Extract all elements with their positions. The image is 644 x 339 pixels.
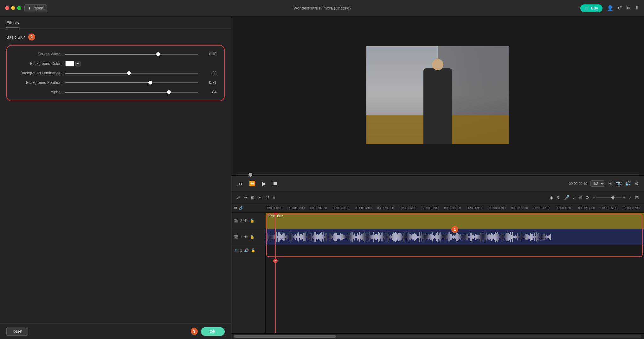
motion-icon[interactable]: ◈ (550, 195, 553, 200)
voice-icon[interactable]: 🎙 (557, 195, 561, 200)
background-feather-row: Background Feather: 0.71 (15, 80, 216, 85)
color-dropdown[interactable]: ▾ (75, 61, 80, 66)
music-icon[interactable]: ♪ (573, 195, 575, 200)
track1-num: 1 (240, 235, 242, 239)
audio-lock[interactable]: 🔒 (251, 248, 255, 253)
zoom-slider[interactable] (596, 197, 621, 198)
undo-button[interactable]: ↩ (236, 195, 240, 200)
maximize-button[interactable] (17, 6, 21, 10)
playhead[interactable] (275, 213, 276, 334)
cart-icon: 🛒 (585, 6, 589, 10)
effects-panel: Effects Basic Blur 2 Source Width: (0, 16, 231, 339)
screenshot-icon[interactable]: 📷 (615, 180, 622, 186)
time-1: 00:00:01:00 (288, 206, 305, 210)
cut-button[interactable]: ✂ (258, 195, 262, 200)
frame-back-button[interactable]: ⏪ (248, 180, 257, 187)
time-8: 00:00:08:00 (444, 206, 461, 210)
track2-lock[interactable]: 🔒 (250, 218, 254, 223)
params-box: Source Width: 0.70 Background Color: ▾ (6, 45, 225, 101)
mail-icon[interactable]: ✉ (626, 5, 630, 11)
settings-icon[interactable]: ⚙ (634, 180, 639, 186)
ok-btn-wrapper: 3 OK (191, 327, 225, 336)
download-icon[interactable]: ⬇ (635, 5, 639, 11)
ruler-markers: 00:00:00:00 00:00:01:00 00:00:02:00 00:0… (266, 204, 644, 212)
alpha-label: Alpha: (15, 90, 65, 94)
buy-button[interactable]: 🛒 Buy (580, 4, 602, 12)
basic-blur-label: Basic Blur (6, 35, 25, 40)
background-feather-slider[interactable] (65, 80, 198, 85)
reset-button[interactable]: Reset (6, 327, 28, 336)
badge-3: 3 (191, 328, 198, 335)
main-layout: Effects Basic Blur 2 Source Width: (0, 16, 644, 339)
redo-button[interactable]: ↪ (243, 195, 247, 200)
timeline-ruler-row: ⊞ 🔗 00:00:00:00 00:00:01:00 00:00:02:00 … (231, 204, 644, 213)
time-ruler: 00:00:00:00 00:00:01:00 00:00:02:00 00:0… (266, 204, 644, 212)
titlebar-right: 🛒 Buy 👤 ↺ ✉ ⬇ (580, 4, 639, 12)
playback-controls-bar: ⏮ ⏪ ▶ ⏹ 00:00:00:19 1/2 ⊞ 📷 🔊 ⚙ (231, 175, 644, 192)
close-button[interactable] (5, 6, 9, 10)
user-icon[interactable]: 👤 (607, 5, 613, 11)
traffic-lights (5, 6, 21, 10)
volume-icon[interactable]: 🔊 (625, 180, 631, 186)
background-feather-label: Background Feather: (15, 80, 65, 85)
track1-eye[interactable]: 👁 (244, 235, 248, 239)
clock-button[interactable]: ⏱ (265, 195, 269, 200)
timeline-area: ↩ ↪ 🗑 ✂ ⏱ ≡ ◈ 🎙 🎤 ♪ 🖥 ⟳ − (231, 192, 644, 339)
track1-icon: 🎬 (234, 235, 238, 239)
refresh-icon[interactable]: ↺ (618, 5, 622, 11)
screen-icon[interactable]: 🖥 (578, 195, 583, 200)
color-swatch[interactable] (65, 61, 74, 66)
audio-track-row (266, 245, 644, 256)
quality-select[interactable]: 1/2 (590, 180, 605, 187)
background-luminance-label: Background Luminance: (15, 71, 65, 75)
right-section: ⏮ ⏪ ▶ ⏹ 00:00:00:19 1/2 ⊞ 📷 🔊 ⚙ ↩ ↪ (231, 16, 644, 339)
source-width-slider[interactable] (65, 51, 198, 57)
playhead-marker-circle: ✂ (273, 259, 278, 263)
add-track-button[interactable]: ⊞ (234, 206, 237, 210)
time-5: 00:00:05:00 (377, 206, 394, 210)
playhead-head (274, 213, 277, 215)
timeline-tool-group-right: ◈ 🎙 🎤 ♪ 🖥 ⟳ − + ⤢ ⊞ (550, 195, 639, 200)
grid-icon[interactable]: ⊞ (635, 195, 639, 200)
track2-eye[interactable]: 👁 (244, 218, 248, 223)
alpha-slider[interactable] (65, 89, 198, 95)
minimize-button[interactable] (11, 6, 15, 10)
play-button[interactable]: ▶ (261, 179, 267, 188)
track2-num: 2 (240, 219, 242, 223)
scrollbar-thumb[interactable] (234, 335, 336, 338)
time-display: 00:00:00:19 (569, 182, 587, 185)
preview-progress-thumb[interactable] (248, 173, 252, 177)
time-10: 00:00:10:00 (489, 206, 506, 210)
time-13: 00:00:13:00 (556, 206, 573, 210)
track-controls-header: ⊞ 🔗 (231, 206, 266, 210)
audio-eye[interactable]: 🔊 (244, 248, 249, 253)
app-title: Wondershare Filmora (Untitled) (293, 6, 351, 10)
mic-icon[interactable]: 🎤 (564, 195, 570, 200)
zoom-thumb[interactable] (611, 196, 615, 199)
audio-num: 1 (240, 248, 242, 252)
fit-icon[interactable]: ⤢ (628, 195, 632, 200)
stop-button[interactable]: ⏹ (271, 180, 279, 187)
ok-button[interactable]: OK (201, 327, 225, 336)
effects-tab-label[interactable]: Effects (6, 20, 19, 28)
track1-label: 🎬 1 👁 🔒 (231, 229, 265, 245)
time-14: 00:00:14:00 (578, 206, 595, 210)
bottom-bar (231, 333, 644, 339)
tracks-canvas: 1 ✂ Basic Blur (266, 213, 644, 334)
fullscreen-icon[interactable]: ⊞ (608, 180, 612, 186)
background-luminance-slider[interactable] (65, 70, 198, 76)
skip-back-button[interactable]: ⏮ (236, 180, 244, 187)
list-button[interactable]: ≡ (273, 195, 275, 200)
horizontal-scrollbar[interactable] (234, 335, 641, 338)
loop-icon[interactable]: ⟳ (586, 195, 589, 200)
track1-lock[interactable]: 🔒 (250, 235, 254, 239)
background-luminance-value: -28 (201, 71, 216, 75)
preview-background (366, 46, 509, 144)
link-button[interactable]: 🔗 (239, 206, 244, 210)
preview-container (231, 16, 644, 174)
time-4: 00:00:04:00 (355, 206, 372, 210)
time-12: 00:00:12:00 (533, 206, 550, 210)
preview-progress[interactable] (236, 174, 639, 175)
delete-button[interactable]: 🗑 (250, 195, 255, 200)
import-button[interactable]: ⬇ Import (24, 4, 47, 12)
